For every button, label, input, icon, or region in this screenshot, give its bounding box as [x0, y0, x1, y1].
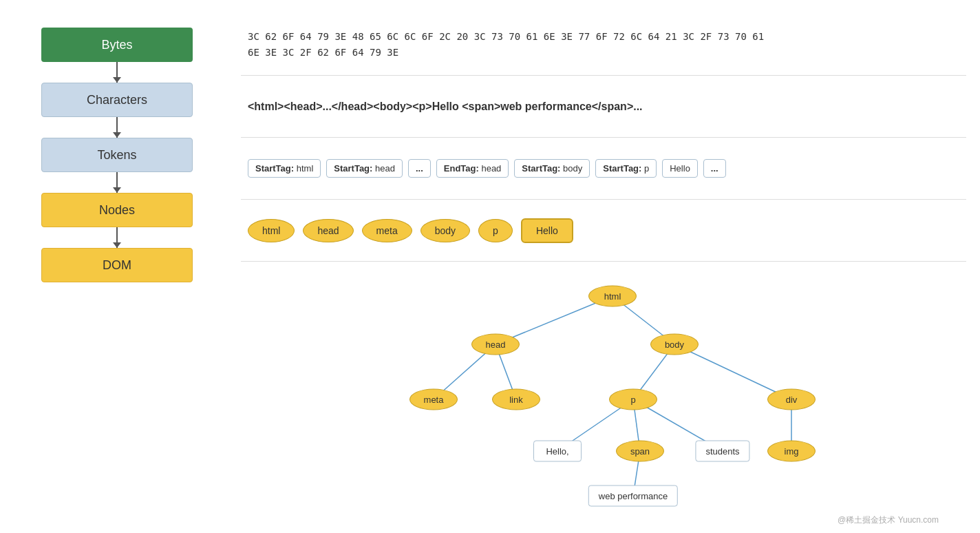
- tokens-row: StartTag: html StartTag: head ... EndTag…: [248, 159, 726, 178]
- pipeline-characters: Characters: [41, 83, 193, 117]
- token-ellipsis-1: ...: [408, 159, 431, 178]
- node-head: head: [303, 219, 353, 242]
- dom-tree: htmlheadbodymetalinkpdivHello,spanstuden…: [248, 269, 966, 489]
- dom-node-head: head: [471, 334, 520, 355]
- bytes-line1: 3C 62 6F 64 79 3E 48 65 6C 6C 6F 2C 20 3…: [248, 29, 764, 44]
- dom-node-students: students: [695, 441, 749, 462]
- bytes-line2: 6E 3E 3C 2F 62 6F 64 79 3E: [248, 45, 764, 60]
- token-ellipsis-2: ...: [703, 159, 726, 178]
- arrow-chars-to-tokens: [116, 117, 118, 138]
- bytes-text: 3C 62 6F 64 79 3E 48 65 6C 6C 6F 2C 20 3…: [248, 29, 764, 60]
- content-area: 3C 62 6F 64 79 3E 48 65 6C 6C 6F 2C 20 3…: [241, 14, 966, 519]
- characters-text: <html><head>...</head><body><p>Hello <sp…: [248, 101, 643, 113]
- node-meta: meta: [362, 219, 412, 242]
- main-container: Bytes Characters Tokens Nodes DOM 3C 62 …: [0, 0, 980, 533]
- pipeline-tokens: Tokens: [41, 138, 193, 172]
- dom-section: htmlheadbodymetalinkpdivHello,spanstuden…: [241, 262, 966, 519]
- token-starttag-body: StartTag: body: [514, 159, 590, 178]
- dom-node-meta: meta: [409, 389, 458, 410]
- token-endtag-head: EndTag: head: [436, 159, 509, 178]
- node-p: p: [478, 219, 513, 242]
- dom-node-link: link: [492, 389, 540, 410]
- pipeline-nodes: Nodes: [41, 193, 193, 227]
- token-hello: Hello: [662, 159, 698, 178]
- characters-section: <html><head>...</head><body><p>Hello <sp…: [241, 76, 966, 138]
- dom-node-hello: Hello,: [533, 441, 582, 462]
- dom-node-div: div: [767, 389, 816, 410]
- pipeline: Bytes Characters Tokens Nodes DOM: [14, 14, 220, 519]
- token-starttag-html: StartTag: html: [248, 159, 321, 178]
- watermark: @稀土掘金技术 Yuucn.com: [838, 514, 939, 526]
- tokens-section: StartTag: html StartTag: head ... EndTag…: [241, 138, 966, 200]
- token-starttag-p: StartTag: p: [595, 159, 657, 178]
- bytes-section: 3C 62 6F 64 79 3E 48 65 6C 6C 6F 2C 20 3…: [241, 14, 966, 76]
- token-starttag-head: StartTag: head: [326, 159, 403, 178]
- pipeline-dom: DOM: [41, 248, 193, 282]
- dom-node-webperf: web performance: [588, 485, 678, 507]
- dom-node-html: html: [588, 286, 637, 307]
- nodes-row: html head meta body p Hello: [248, 218, 573, 243]
- node-hello-text: Hello: [521, 218, 573, 243]
- dom-node-img: img: [767, 441, 816, 462]
- dom-node-span: span: [616, 441, 664, 462]
- pipeline-bytes: Bytes: [41, 28, 193, 62]
- dom-node-p: p: [609, 389, 657, 410]
- arrow-nodes-to-dom: [116, 227, 118, 248]
- arrow-bytes-to-chars: [116, 62, 118, 83]
- dom-node-body: body: [650, 334, 699, 355]
- arrow-tokens-to-nodes: [116, 172, 118, 193]
- node-html: html: [248, 219, 295, 242]
- node-body: body: [420, 219, 470, 242]
- nodes-section: html head meta body p Hello: [241, 200, 966, 262]
